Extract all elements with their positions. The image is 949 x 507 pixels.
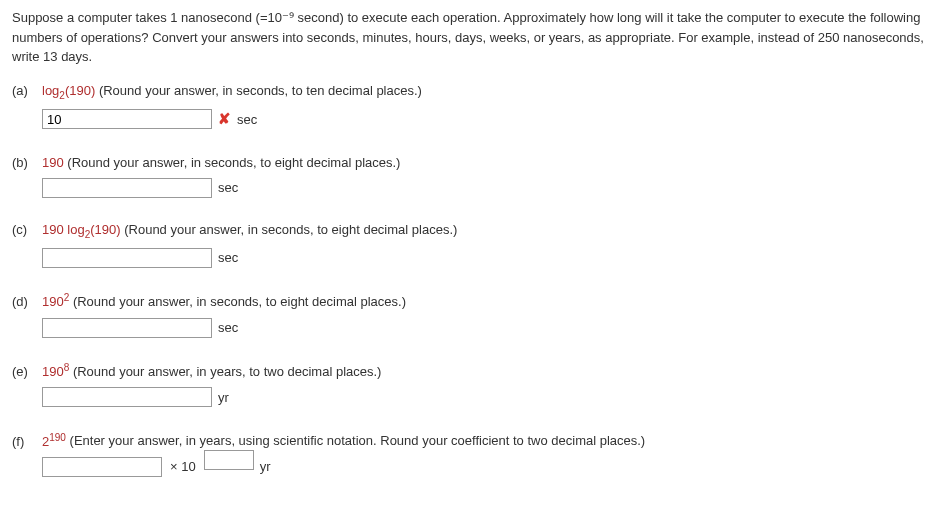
part-d-unit: sec <box>218 318 238 338</box>
part-f-coefficient-input[interactable] <box>42 457 162 477</box>
part-c-input[interactable] <box>42 248 212 268</box>
part-e-answer-row: yr <box>42 387 937 407</box>
part-f-unit: yr <box>260 457 271 477</box>
part-b-header: (b) 190 (Round your answer, in seconds, … <box>12 153 937 173</box>
part-f-header: (f) 2190 (Enter your answer, in years, u… <box>12 429 937 451</box>
part-e-instruction: (Round your answer, in years, to two dec… <box>73 364 382 379</box>
part-a: (a) log2(190) (Round your answer, in sec… <box>12 81 937 131</box>
part-f-label: (f) <box>12 432 34 452</box>
part-f-answer-row: × 10 yr <box>42 457 937 477</box>
part-a-input[interactable] <box>42 109 212 129</box>
part-d-instruction: (Round your answer, in seconds, to eight… <box>73 294 406 309</box>
problem-intro: Suppose a computer takes 1 nanosecond (=… <box>12 8 937 67</box>
part-d-header: (d) 1902 (Round your answer, in seconds,… <box>12 290 937 312</box>
part-b-label: (b) <box>12 153 34 173</box>
part-d-answer-row: sec <box>42 318 937 338</box>
part-f-expression: 2190 <box>42 434 66 449</box>
times-ten-label: × 10 <box>170 457 196 477</box>
part-a-instruction: (Round your answer, in seconds, to ten d… <box>99 83 422 98</box>
part-b-answer-row: sec <box>42 178 937 198</box>
part-e-unit: yr <box>218 388 229 408</box>
part-c-header: (c) 190 log2(190) (Round your answer, in… <box>12 220 937 242</box>
part-a-header: (a) log2(190) (Round your answer, in sec… <box>12 81 937 103</box>
part-f-exponent-input[interactable] <box>204 450 254 470</box>
part-c-instruction: (Round your answer, in seconds, to eight… <box>124 222 457 237</box>
part-b-expression: 190 <box>42 155 64 170</box>
part-a-unit: sec <box>237 110 257 130</box>
part-a-expression: log2(190) <box>42 83 95 98</box>
part-c-expression: 190 log2(190) <box>42 222 121 237</box>
part-b-unit: sec <box>218 178 238 198</box>
part-d: (d) 1902 (Round your answer, in seconds,… <box>12 290 937 338</box>
part-e: (e) 1908 (Round your answer, in years, t… <box>12 360 937 408</box>
part-c-answer-row: sec <box>42 248 937 268</box>
part-e-expression: 1908 <box>42 364 69 379</box>
part-a-answer-row: ✘ sec <box>42 108 937 131</box>
part-c: (c) 190 log2(190) (Round your answer, in… <box>12 220 937 268</box>
part-e-header: (e) 1908 (Round your answer, in years, t… <box>12 360 937 382</box>
part-e-label: (e) <box>12 362 34 382</box>
part-b-input[interactable] <box>42 178 212 198</box>
part-f: (f) 2190 (Enter your answer, in years, u… <box>12 429 937 477</box>
part-d-expression: 1902 <box>42 294 69 309</box>
part-b-instruction: (Round your answer, in seconds, to eight… <box>67 155 400 170</box>
part-b: (b) 190 (Round your answer, in seconds, … <box>12 153 937 199</box>
part-c-unit: sec <box>218 248 238 268</box>
part-d-label: (d) <box>12 292 34 312</box>
part-e-input[interactable] <box>42 387 212 407</box>
part-f-instruction: (Enter your answer, in years, using scie… <box>70 434 646 449</box>
part-d-input[interactable] <box>42 318 212 338</box>
wrong-icon: ✘ <box>218 108 231 131</box>
part-a-label: (a) <box>12 81 34 101</box>
part-c-label: (c) <box>12 220 34 240</box>
